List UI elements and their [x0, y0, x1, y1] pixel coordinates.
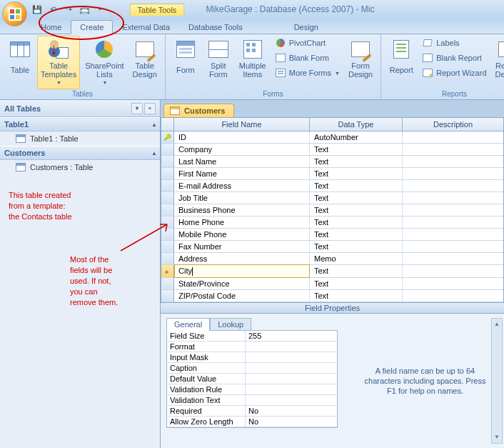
field-name-cell[interactable]: Last Name	[174, 156, 310, 167]
nav-item-customers[interactable]: Customers : Table	[0, 160, 160, 174]
field-name-cell[interactable]: City	[174, 264, 310, 278]
field-name-cell[interactable]: Address	[174, 253, 310, 264]
row-selector[interactable]	[161, 204, 174, 216]
print-icon[interactable]: 📇	[79, 4, 90, 15]
prop-value[interactable]: No	[246, 417, 337, 427]
tab-design[interactable]: Design	[281, 20, 332, 34]
row-selector[interactable]	[161, 144, 174, 155]
field-row[interactable]: Home PhoneText	[161, 216, 503, 229]
data-type-cell[interactable]: Memo	[310, 253, 403, 264]
office-button[interactable]	[2, 1, 27, 26]
prop-value[interactable]	[246, 342, 337, 352]
tab-create[interactable]: Create	[71, 20, 113, 34]
field-properties-table[interactable]: Field Size255FormatInput MaskCaptionDefa…	[166, 330, 338, 428]
field-property-row[interactable]: RequiredNo	[167, 406, 337, 417]
field-row[interactable]: ZIP/Postal CodeText	[161, 290, 503, 302]
field-row[interactable]: E-mail AddressText	[161, 180, 503, 192]
prop-value[interactable]	[246, 384, 337, 394]
description-cell[interactable]	[403, 278, 503, 289]
description-cell[interactable]	[403, 131, 503, 143]
more-forms-button[interactable]: More Forms▼	[271, 66, 343, 80]
description-cell[interactable]	[403, 229, 503, 240]
prop-value[interactable]: No	[246, 406, 337, 416]
data-type-cell[interactable]: Text	[310, 229, 403, 240]
data-type-cell[interactable]: Text	[310, 265, 403, 277]
data-type-cell[interactable]: Text	[310, 241, 403, 252]
description-cell[interactable]	[403, 265, 503, 277]
description-cell[interactable]	[403, 192, 503, 204]
field-row[interactable]: Mobile PhoneText	[161, 229, 503, 241]
data-type-cell[interactable]: Text	[310, 204, 403, 216]
data-type-cell[interactable]: Text	[310, 168, 403, 179]
blank-form-button[interactable]: Blank Form	[271, 51, 343, 65]
tab-external-data[interactable]: External Data	[113, 20, 179, 34]
scrollbar[interactable]	[491, 318, 503, 444]
data-type-cell[interactable]: Text	[310, 216, 403, 228]
row-selector[interactable]	[161, 192, 174, 204]
nav-dropdown-icon[interactable]: ▾	[131, 103, 143, 114]
row-selector[interactable]	[161, 131, 174, 143]
row-selector[interactable]	[161, 278, 174, 289]
fp-tab-lookup[interactable]: Lookup	[210, 318, 251, 331]
nav-group-customers[interactable]: Customers▴	[0, 146, 160, 160]
field-row[interactable]: Last NameText	[161, 156, 503, 168]
description-cell[interactable]	[403, 253, 503, 264]
tab-home[interactable]: Home	[31, 20, 71, 34]
prop-value[interactable]	[246, 395, 337, 405]
nav-group-table1[interactable]: Table1▴	[0, 117, 160, 131]
table-button[interactable]: Table	[4, 36, 36, 81]
description-cell[interactable]	[403, 144, 503, 155]
row-selector[interactable]	[161, 168, 174, 179]
field-property-row[interactable]: Field Size255	[167, 331, 337, 342]
field-row[interactable]: CompanyText	[161, 144, 503, 156]
tab-database-tools[interactable]: Database Tools	[179, 20, 252, 34]
field-name-cell[interactable]: First Name	[174, 168, 310, 179]
row-selector[interactable]	[161, 290, 174, 302]
blank-report-button[interactable]: Blank Report	[418, 51, 490, 65]
prop-value[interactable]	[246, 374, 337, 384]
field-name-cell[interactable]: E-mail Address	[174, 180, 310, 191]
field-name-cell[interactable]: Business Phone	[174, 204, 310, 216]
report-design-button[interactable]: ReportDesign	[492, 36, 505, 81]
field-row[interactable]: Job TitleText	[161, 192, 503, 204]
doc-tab-customers[interactable]: Customers	[163, 104, 234, 117]
description-cell[interactable]	[403, 156, 503, 167]
report-wizard-button[interactable]: Report Wizard	[418, 66, 490, 80]
nav-header[interactable]: All Tables ▾«	[0, 100, 160, 117]
qat-more-icon[interactable]: ▾	[94, 4, 106, 15]
field-property-row[interactable]: Allow Zero LengthNo	[167, 417, 337, 427]
table-design-button[interactable]: TableDesign	[129, 36, 161, 81]
description-cell[interactable]	[403, 168, 503, 179]
data-type-cell[interactable]: AutoNumber	[310, 131, 403, 143]
col-description[interactable]: Description	[403, 118, 503, 131]
field-property-row[interactable]: Validation Rule	[167, 384, 337, 395]
field-name-cell[interactable]: Job Title	[174, 192, 310, 204]
field-property-row[interactable]: Default Value	[167, 374, 337, 384]
prop-value[interactable]	[246, 352, 337, 362]
table-templates-button[interactable]: TableTemplates▼	[37, 36, 80, 89]
nav-collapse-icon[interactable]: «	[144, 103, 156, 114]
field-property-row[interactable]: Format	[167, 342, 337, 352]
redo-icon[interactable]: ↷	[63, 4, 74, 15]
report-button[interactable]: Report	[385, 36, 417, 81]
split-form-button[interactable]: SplitForm	[203, 36, 234, 81]
description-cell[interactable]	[403, 241, 503, 252]
data-type-cell[interactable]: Text	[310, 180, 403, 191]
data-type-cell[interactable]: Text	[310, 144, 403, 155]
field-name-cell[interactable]: Fax Number	[174, 241, 310, 252]
data-type-cell[interactable]: Text	[310, 278, 403, 289]
pivotchart-button[interactable]: PivotChart	[271, 36, 343, 50]
description-cell[interactable]	[403, 216, 503, 228]
data-type-cell[interactable]: Text	[310, 156, 403, 167]
field-name-cell[interactable]: ID	[174, 131, 310, 143]
col-data-type[interactable]: Data Type	[310, 118, 403, 131]
field-row[interactable]: First NameText	[161, 168, 503, 180]
field-name-cell[interactable]: Company	[174, 144, 310, 155]
field-name-cell[interactable]: ZIP/Postal Code	[174, 290, 310, 302]
field-row[interactable]: Fax NumberText	[161, 241, 503, 253]
field-name-cell[interactable]: State/Province	[174, 278, 310, 289]
multiple-items-button[interactable]: MultipleItems	[236, 36, 270, 81]
description-cell[interactable]	[403, 204, 503, 216]
save-icon[interactable]: 💾	[31, 4, 43, 15]
field-row[interactable]: AddressMemo	[161, 253, 503, 265]
